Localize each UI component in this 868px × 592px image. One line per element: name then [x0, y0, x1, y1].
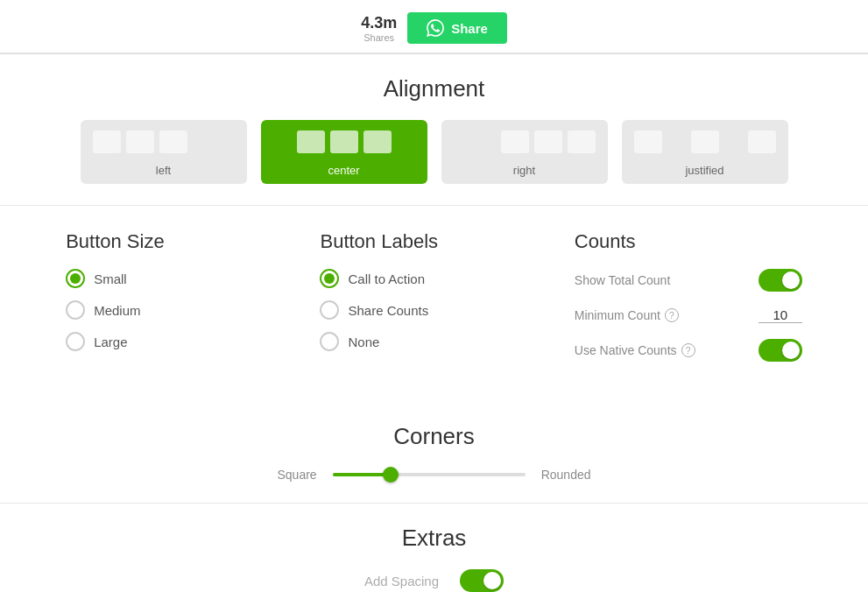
share-button[interactable]: Share [407, 12, 507, 44]
button-label-none-radio [320, 332, 339, 351]
button-label-share-counts-radio [320, 300, 339, 320]
minimum-count-row: Minimum Count ? [575, 307, 802, 323]
button-size-options: Small Medium Large [66, 269, 293, 351]
minimum-count-input[interactable] [759, 307, 802, 323]
button-size-large[interactable]: Large [66, 332, 293, 351]
extras-section: Extras Add Spacing [0, 504, 868, 592]
button-size-medium-radio [66, 300, 85, 320]
corners-slider-fill [333, 473, 391, 476]
button-label-cta[interactable]: Call to Action [320, 269, 547, 288]
extras-row: Add Spacing [35, 569, 833, 592]
extras-title: Extras [35, 525, 833, 552]
share-button-label: Share [451, 21, 488, 36]
share-count: 4.3m Shares [361, 14, 397, 43]
share-count-value: 4.3m [361, 14, 397, 32]
corners-square-label: Square [278, 468, 317, 482]
button-size-small[interactable]: Small [66, 269, 293, 288]
use-native-counts-label: Use Native Counts ? [575, 343, 695, 357]
button-size-title: Button Size [66, 230, 293, 253]
button-size-large-radio [66, 332, 85, 351]
button-labels-title: Button Labels [320, 230, 547, 253]
use-native-counts-help-icon[interactable]: ? [681, 343, 695, 357]
header: 4.3m Shares Share [0, 0, 868, 54]
counts-section: Counts Show Total Count Minimum Count ? … [575, 230, 802, 377]
button-size-section: Button Size Small Medium Large [66, 230, 293, 351]
alignment-section: Alignment left center right [0, 54, 868, 206]
alignment-justified-label: justified [634, 160, 776, 177]
button-label-share-counts-label: Share Counts [348, 303, 428, 318]
button-label-cta-radio [320, 269, 339, 288]
alignment-center[interactable]: center [261, 120, 427, 184]
alignment-right-label: right [454, 160, 596, 177]
alignment-center-label: center [273, 160, 415, 177]
show-total-count-label: Show Total Count [575, 273, 670, 287]
add-spacing-toggle[interactable] [460, 569, 504, 592]
show-total-count-toggle[interactable] [759, 269, 802, 292]
corners-rounded-label: Rounded [541, 468, 591, 482]
whatsapp-icon [427, 19, 444, 37]
button-size-small-radio [66, 269, 85, 288]
show-total-count-row: Show Total Count [575, 269, 802, 292]
alignment-center-icons [273, 130, 415, 153]
button-size-large-label: Large [94, 335, 127, 349]
alignment-left-label: left [93, 160, 235, 177]
button-size-small-label: Small [94, 271, 127, 286]
alignment-left-icons [93, 130, 235, 153]
alignment-right-icons [454, 130, 596, 153]
share-count-label: Shares [361, 32, 397, 43]
minimum-count-label: Minimum Count ? [575, 308, 679, 322]
alignment-options: left center right justified [35, 120, 833, 184]
use-native-counts-toggle[interactable] [759, 339, 802, 362]
button-size-medium[interactable]: Medium [66, 300, 293, 320]
minimum-count-help-icon[interactable]: ? [665, 308, 679, 322]
corners-section: Corners Square Rounded [0, 402, 868, 504]
alignment-justified[interactable]: justified [622, 120, 788, 184]
button-label-share-counts[interactable]: Share Counts [320, 300, 547, 320]
button-label-none-label: None [348, 335, 379, 349]
alignment-left[interactable]: left [81, 120, 247, 184]
corners-title: Corners [35, 423, 833, 450]
button-label-cta-label: Call to Action [348, 271, 425, 286]
corners-slider-thumb[interactable] [383, 467, 399, 483]
button-size-medium-label: Medium [94, 303, 140, 318]
corners-slider-row: Square Rounded [35, 468, 833, 482]
alignment-justified-icons [634, 130, 776, 153]
alignment-title: Alignment [35, 75, 833, 102]
add-spacing-label: Add Spacing [364, 574, 439, 588]
use-native-counts-row: Use Native Counts ? [575, 339, 802, 362]
button-label-none[interactable]: None [320, 332, 547, 351]
button-labels-options: Call to Action Share Counts None [320, 269, 547, 351]
settings-row: Button Size Small Medium Large Button La… [0, 206, 868, 402]
counts-title: Counts [575, 230, 802, 253]
alignment-right[interactable]: right [441, 120, 608, 184]
button-labels-section: Button Labels Call to Action Share Count… [320, 230, 547, 351]
corners-slider-track [333, 473, 526, 476]
